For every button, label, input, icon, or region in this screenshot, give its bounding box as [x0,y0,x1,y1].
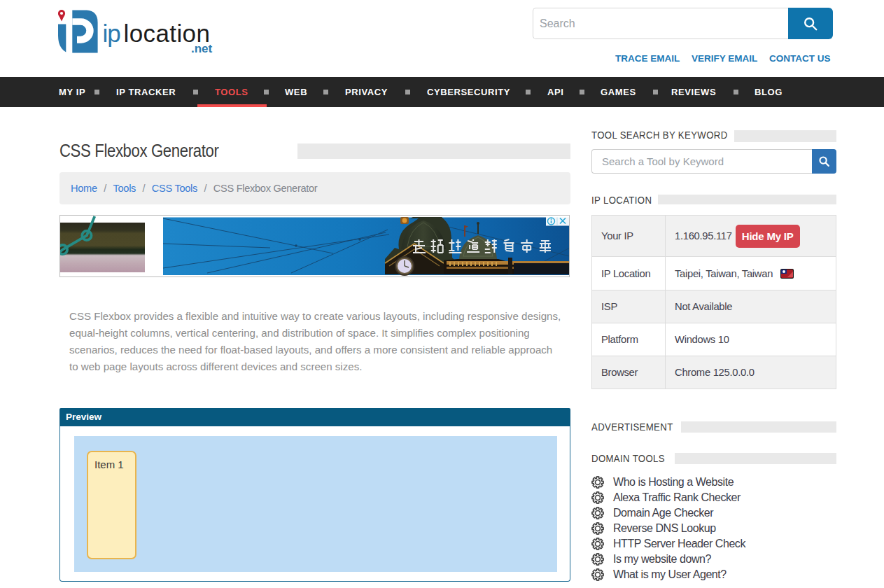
svg-text:.net: .net [191,42,213,55]
svg-text:ip: ip [103,20,120,47]
